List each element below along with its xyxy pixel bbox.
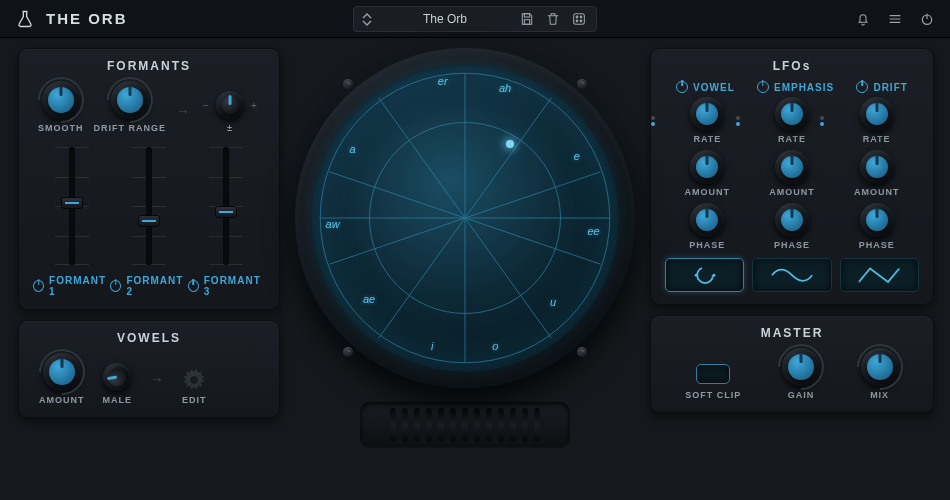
toggle-formant-2[interactable]: FORMANT 2 [110, 275, 187, 297]
master-panel: MASTER SOFT CLIP GAIN MIX [650, 315, 934, 413]
knob-lfo-vowel-amount[interactable] [690, 150, 724, 184]
knob-lfo-emph-rate[interactable] [775, 97, 809, 131]
knob-smooth[interactable]: SMOOTH [38, 81, 84, 133]
lfo-wave-emphasis[interactable] [752, 258, 831, 292]
svg-rect-1 [524, 20, 529, 25]
knob-lfo-drift-amount[interactable] [860, 150, 894, 184]
arrow-icon: → [176, 103, 190, 119]
lfo-amount-label-1: AMOUNT [685, 187, 731, 197]
knob-lfo-vowel-rate[interactable] [690, 97, 724, 131]
orb-display[interactable]: er ah e ee u o i ae aw a [295, 48, 635, 388]
formants-title: FORMANTS [33, 59, 265, 73]
knob-plus-minus-label: ± [227, 123, 233, 133]
svg-point-21 [694, 274, 697, 277]
vowels-title: VOWELS [33, 331, 265, 345]
svg-point-5 [576, 20, 578, 22]
toggle-formant-3-label: FORMANT 3 [204, 275, 265, 297]
knob-lfo-emph-amount[interactable] [775, 150, 809, 184]
knob-gain[interactable]: GAIN [782, 348, 820, 400]
knob-plus-minus[interactable]: −+ ± [200, 91, 260, 133]
knob-lfo-emph-phase[interactable] [775, 203, 809, 237]
lfo-rate-label-2: RATE [778, 134, 806, 144]
lfo-phase-label-1: PHASE [689, 240, 725, 250]
lfo-emphasis-label: EMPHASIS [774, 82, 834, 93]
lfos-panel: LFOs VOWEL EMPHASIS DRIFT RATE RATE RATE… [650, 48, 934, 305]
preset-name: The Orb [380, 12, 510, 26]
knob-mix[interactable]: MIX [861, 348, 899, 400]
lfo-amount-label-2: AMOUNT [769, 187, 815, 197]
dice-icon[interactable] [570, 10, 588, 28]
knob-lfo-drift-phase[interactable] [860, 203, 894, 237]
knob-voice-label: MALE [103, 395, 133, 405]
knob-smooth-label: SMOOTH [38, 123, 84, 133]
toggle-lfo-emphasis[interactable]: EMPHASIS [757, 81, 834, 93]
softclip-toggle[interactable] [696, 364, 730, 384]
preset-stepper[interactable] [362, 13, 372, 26]
knob-drift-range[interactable]: DRIFT RANGE [94, 81, 167, 133]
svg-point-20 [697, 267, 713, 283]
svg-point-22 [712, 274, 715, 277]
knob-voice[interactable]: MALE [103, 363, 133, 405]
formant-slider-3[interactable] [214, 147, 238, 265]
lfo-rate-label-3: RATE [863, 134, 891, 144]
lfo-phase-label-2: PHASE [774, 240, 810, 250]
lfo-phase-label-3: PHASE [859, 240, 895, 250]
lfo-wave-drift[interactable] [840, 258, 919, 292]
lfo-rate-label-1: RATE [693, 134, 721, 144]
formant-slider-2[interactable] [137, 147, 161, 265]
toggle-formant-1[interactable]: FORMANT 1 [33, 275, 110, 297]
toggle-formant-2-label: FORMANT 2 [126, 275, 187, 297]
knob-lfo-vowel-phase[interactable] [690, 203, 724, 237]
vent-grille [360, 402, 570, 448]
trash-icon[interactable] [544, 10, 562, 28]
knob-vowel-amount[interactable]: AMOUNT [39, 353, 85, 405]
master-title: MASTER [665, 326, 919, 340]
top-bar: THE ORB The Orb [0, 0, 950, 38]
vowel-edit-label: EDIT [182, 395, 207, 405]
knob-mix-label: MIX [870, 390, 889, 400]
toggle-formant-3[interactable]: FORMANT 3 [188, 275, 265, 297]
svg-point-3 [576, 16, 578, 18]
gear-icon[interactable] [183, 369, 205, 391]
vowels-panel: VOWELS AMOUNT MALE → EDIT [18, 320, 280, 418]
arrow-icon: → [150, 371, 164, 387]
formant-slider-1[interactable] [60, 147, 84, 265]
bell-icon[interactable] [854, 10, 872, 28]
main: FORMANTS SMOOTH DRIFT RANGE → −+ ± [0, 38, 950, 500]
toggle-lfo-drift[interactable]: DRIFT [856, 81, 907, 93]
app-title: THE ORB [46, 10, 128, 27]
logo-flask-icon [14, 8, 36, 30]
knob-lfo-drift-rate[interactable] [860, 97, 894, 131]
lfo-vowel-label: VOWEL [693, 82, 735, 93]
svg-point-4 [580, 16, 582, 18]
svg-rect-0 [524, 14, 529, 17]
knob-drift-range-label: DRIFT RANGE [94, 123, 167, 133]
power-icon[interactable] [918, 10, 936, 28]
svg-rect-2 [574, 14, 585, 25]
softclip-label: SOFT CLIP [685, 390, 741, 400]
toggle-formant-1-label: FORMANT 1 [49, 275, 110, 297]
lfo-amount-label-3: AMOUNT [854, 187, 900, 197]
svg-point-6 [580, 20, 582, 22]
save-icon[interactable] [518, 10, 536, 28]
formants-panel: FORMANTS SMOOTH DRIFT RANGE → −+ ± [18, 48, 280, 310]
lfo-wave-vowel[interactable] [665, 258, 744, 292]
menu-icon[interactable] [886, 10, 904, 28]
lfos-title: LFOs [665, 59, 919, 73]
lfo-drift-label: DRIFT [873, 82, 907, 93]
toggle-lfo-vowel[interactable]: VOWEL [676, 81, 735, 93]
preset-selector[interactable]: The Orb [353, 6, 597, 32]
knob-vowel-amount-label: AMOUNT [39, 395, 85, 405]
knob-gain-label: GAIN [788, 390, 815, 400]
